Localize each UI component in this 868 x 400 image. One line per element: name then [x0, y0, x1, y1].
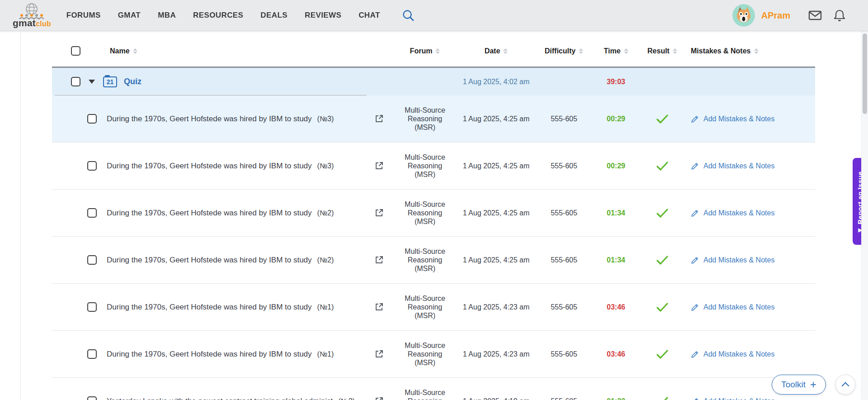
top-nav: gmatclub FORUMS GMAT MBA RESOURCES DEALS…	[0, 0, 868, 31]
table-row: During the 1970s, Geert Hofstede was hir…	[52, 237, 815, 284]
pencil-icon	[691, 397, 699, 400]
plus-icon: +	[810, 379, 816, 390]
nav-item-chat[interactable]: CHAT	[359, 11, 380, 20]
table-row: During the 1970s, Geert Hofstede was hir…	[52, 284, 815, 331]
result-cell	[637, 302, 687, 312]
pencil-icon	[691, 303, 699, 311]
main-menu: FORUMS GMAT MBA RESOURCES DEALS REVIEWS …	[66, 11, 380, 20]
sort-icon-forum[interactable]	[435, 48, 440, 54]
search-icon[interactable]	[402, 9, 415, 22]
add-mistakes-notes-link[interactable]: Add Mistakes & Notes	[687, 114, 815, 123]
page-scrollbar[interactable]	[861, 0, 868, 400]
quiz-checkbox[interactable]	[71, 77, 80, 86]
question-text-link[interactable]: During the 1970s, Geert Hofstede was hir…	[107, 114, 312, 124]
column-forum[interactable]: Forum	[410, 47, 433, 55]
add-mistakes-notes-label: Add Mistakes & Notes	[703, 115, 774, 123]
table-row: During the 1970s, Geert Hofstede was hir…	[52, 190, 815, 237]
date-cell: 1 Aug 2025, 4:25 am	[459, 256, 533, 264]
nav-item-reviews[interactable]: REVIEWS	[305, 11, 341, 20]
time-cell: 01:32	[594, 397, 637, 400]
question-text-link[interactable]: During the 1970s, Geert Hofstede was hir…	[107, 350, 312, 359]
external-link-icon[interactable]	[374, 208, 384, 218]
time-cell: 01:34	[594, 256, 637, 264]
nav-item-gmat[interactable]: GMAT	[118, 11, 141, 20]
row-checkbox[interactable]	[87, 114, 97, 124]
table-row: During the 1970s, Geert Hofstede was hir…	[52, 95, 815, 143]
result-cell	[637, 114, 687, 124]
collapse-caret-icon[interactable]	[89, 80, 95, 84]
date-cell: 1 Aug 2025, 4:25 am	[459, 115, 533, 123]
quiz-name-link[interactable]: Quiz	[124, 77, 142, 86]
sort-icon-name[interactable]	[133, 48, 137, 54]
column-time[interactable]: Time	[604, 47, 620, 55]
add-mistakes-notes-label: Add Mistakes & Notes	[703, 162, 774, 170]
avatar[interactable]	[732, 4, 755, 27]
sort-icon-difficulty[interactable]	[579, 48, 583, 54]
add-mistakes-notes-link[interactable]: Add Mistakes & Notes	[687, 256, 815, 264]
time-cell: 03:46	[594, 350, 637, 358]
add-mistakes-notes-label: Add Mistakes & Notes	[703, 303, 774, 311]
question-text-link[interactable]: During the 1970s, Geert Hofstede was hir…	[107, 303, 312, 312]
row-checkbox[interactable]	[87, 255, 97, 265]
bell-icon[interactable]	[834, 9, 845, 22]
external-link-icon[interactable]	[374, 161, 384, 171]
row-checkbox[interactable]	[87, 161, 97, 171]
sort-icon-date[interactable]	[503, 48, 508, 54]
nav-item-mba[interactable]: MBA	[158, 11, 176, 20]
sort-icon-time[interactable]	[624, 48, 628, 54]
external-link-icon[interactable]	[374, 114, 384, 124]
correct-check-icon	[656, 161, 669, 171]
date-cell: 1 Aug 2025, 4:19 am	[459, 397, 533, 400]
add-mistakes-notes-label: Add Mistakes & Notes	[703, 256, 774, 264]
external-link-icon[interactable]	[374, 255, 384, 265]
external-link-icon[interactable]	[374, 302, 384, 312]
pencil-icon	[691, 162, 699, 170]
date-cell: 1 Aug 2025, 4:23 am	[459, 303, 533, 311]
correct-check-icon	[656, 208, 669, 218]
username[interactable]: APram	[761, 10, 790, 21]
logo-text: gmatclub	[13, 19, 51, 28]
row-checkbox[interactable]	[87, 208, 97, 218]
column-name[interactable]: Name	[110, 47, 130, 55]
external-link-icon[interactable]	[374, 349, 384, 359]
question-count-badge: 21	[103, 76, 117, 87]
question-text-link[interactable]: During the 1970s, Geert Hofstede was hir…	[107, 209, 312, 218]
add-mistakes-notes-link[interactable]: Add Mistakes & Notes	[687, 162, 815, 170]
row-checkbox[interactable]	[87, 302, 97, 312]
question-text-link[interactable]: During the 1970s, Geert Hofstede was hir…	[107, 256, 312, 265]
forum-cell: Multi-Source Reasoning (MSR)	[391, 341, 459, 367]
quiz-total-time: 39:03	[594, 78, 637, 86]
sort-icon-mistakes-notes[interactable]	[754, 48, 759, 54]
toolkit-button[interactable]: Toolkit +	[772, 375, 826, 395]
pencil-icon	[691, 114, 699, 123]
question-number: (№2)	[317, 256, 334, 264]
add-mistakes-notes-link[interactable]: Add Mistakes & Notes	[687, 303, 815, 311]
table-header: Name Forum Date Difficulty Time Result M…	[52, 35, 815, 67]
nav-item-deals[interactable]: DEALS	[260, 11, 288, 20]
scrollbar-thumb[interactable]	[863, 33, 867, 114]
mail-icon[interactable]	[808, 10, 822, 21]
column-date[interactable]: Date	[485, 47, 500, 55]
external-link-icon[interactable]	[374, 396, 384, 400]
table-row: During the 1970s, Geert Hofstede was hir…	[52, 143, 815, 190]
add-mistakes-notes-link[interactable]: Add Mistakes & Notes	[687, 209, 815, 217]
add-mistakes-notes-link[interactable]: Add Mistakes & Notes	[687, 397, 815, 400]
nav-item-forums[interactable]: FORUMS	[66, 11, 101, 20]
row-checkbox[interactable]	[87, 396, 97, 400]
pencil-icon	[691, 209, 699, 217]
sort-icon-result[interactable]	[673, 48, 677, 54]
column-result[interactable]: Result	[647, 47, 670, 55]
gmatclub-logo[interactable]: gmatclub	[13, 3, 51, 28]
nav-item-resources[interactable]: RESOURCES	[193, 11, 243, 20]
column-difficulty[interactable]: Difficulty	[545, 47, 576, 55]
row-checkbox[interactable]	[87, 349, 97, 359]
difficulty-cell: 555-605	[533, 303, 594, 311]
quiz-date: 1 Aug 2025, 4:02 am	[459, 78, 533, 86]
question-text-link[interactable]: During the 1970s, Geert Hofstede was hir…	[107, 162, 312, 171]
add-mistakes-notes-link[interactable]: Add Mistakes & Notes	[687, 350, 815, 358]
select-all-checkbox[interactable]	[71, 46, 80, 56]
correct-check-icon	[656, 396, 669, 400]
column-mistakes-notes[interactable]: Mistakes & Notes	[691, 47, 751, 55]
scroll-to-top-button[interactable]	[835, 375, 855, 395]
question-text-link[interactable]: Yesterday I spoke with the newest contra…	[107, 397, 333, 400]
